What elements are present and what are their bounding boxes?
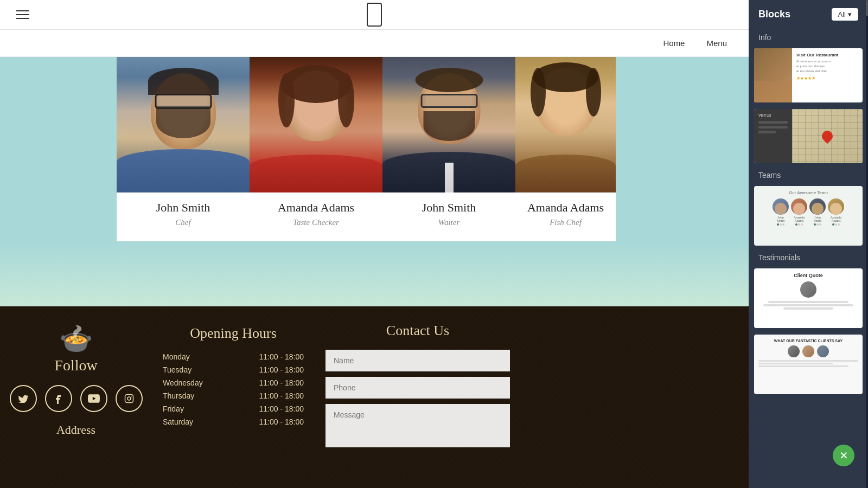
- panel-header: Blocks All ▾: [749, 0, 868, 29]
- team-bg-right: [616, 57, 749, 241]
- block-restaurant-title: Visit Our Restaurant: [796, 53, 858, 57]
- testimonial-2-title: WHAT OUR FANTASTIC CLIENTS SAY: [774, 339, 843, 343]
- team-card-info-1: Amanda Adams Taste Checker: [250, 192, 382, 241]
- teams-avatars-row: JohnSmith AmandaAdams: [758, 198, 858, 226]
- panel-block-testimonial-1[interactable]: Client Quote: [754, 268, 863, 328]
- panel-block-info-1[interactable]: Visit Our Restaurant At vero eos et accu…: [754, 48, 863, 102]
- nav-menu[interactable]: Menu: [706, 38, 727, 48]
- contact-name-input[interactable]: [326, 350, 510, 371]
- footer-contact-title: Contact Us: [326, 323, 510, 339]
- youtube-icon[interactable]: [80, 385, 107, 412]
- hours-day-1: Tuesday: [163, 365, 192, 374]
- team-card-2: John Smith Waiter: [382, 57, 515, 241]
- team-mini-name-2: JohnSmith: [814, 216, 821, 222]
- team-member-name-2: John Smith: [388, 201, 510, 215]
- hamburger-menu[interactable]: [16, 10, 29, 19]
- footer-follow-label: Follow: [54, 357, 97, 374]
- contact-message-input[interactable]: [326, 404, 510, 447]
- twitter-icon[interactable]: [10, 385, 37, 412]
- testimonial-2-lines: [758, 360, 858, 367]
- testimonial-1-avatar: [800, 281, 816, 298]
- testimonial-1-title: Client Quote: [794, 273, 823, 278]
- team-mini-3: AmandaAdams: [828, 198, 844, 226]
- panel-title: Blocks: [758, 9, 790, 20]
- hours-time-4: 11:00 - 18:00: [259, 404, 304, 413]
- team-member-role-0: Chef: [122, 218, 244, 227]
- team-card-0: John Smith Chef: [117, 57, 250, 241]
- panel-block-testimonial-2[interactable]: WHAT OUR FANTASTIC CLIENTS SAY: [754, 335, 863, 394]
- hours-time-0: 11:00 - 18:00: [259, 352, 304, 361]
- panel-block-teams[interactable]: Our Awesome Team JohnSmith: [754, 186, 863, 246]
- hours-row-tuesday: Tuesday 11:00 - 18:00: [163, 365, 304, 374]
- testimonial-2-avatars: [788, 345, 829, 357]
- section-title-teams: Teams: [749, 166, 868, 183]
- main-content: Home Menu: [0, 0, 749, 488]
- team-card-1: Amanda Adams Taste Checker: [250, 57, 382, 241]
- scrollbar-thumb[interactable]: [866, 0, 868, 16]
- footer-contact-col: Contact Us: [315, 306, 521, 488]
- toolbar: [0, 0, 749, 30]
- team-mini-0: JohnSmith: [773, 198, 789, 226]
- footer-social-row: [10, 385, 143, 412]
- all-filter-button[interactable]: All ▾: [832, 8, 858, 21]
- hours-row-monday: Monday 11:00 - 18:00: [163, 352, 304, 361]
- block-map-area: [792, 109, 863, 163]
- block-restaurant-text: At vero eos et accusamet justo duo dolor…: [796, 59, 858, 74]
- team-card-info-2: John Smith Waiter: [382, 192, 515, 241]
- team-mini-name-1: AmandaAdams: [794, 216, 805, 222]
- hours-day-4: Friday: [163, 404, 184, 413]
- footer: 🍲 Follow: [0, 306, 749, 488]
- block-map-label: Visit Us: [758, 113, 788, 117]
- team-section: John Smith Chef: [0, 57, 749, 306]
- dropdown-arrow-icon: ▾: [848, 10, 852, 18]
- nav-home[interactable]: Home: [663, 38, 685, 48]
- team-member-role-3: Fish Chef: [521, 218, 610, 227]
- hours-time-5: 11:00 - 18:00: [259, 418, 304, 426]
- footer-logo-icon: 🍲: [59, 325, 93, 352]
- hours-row-wednesday: Wednesday 11:00 - 18:00: [163, 378, 304, 387]
- team-card-photo-1: [250, 57, 382, 192]
- team-card-photo-0: [117, 57, 250, 192]
- footer-hours-title: Opening Hours: [190, 325, 277, 342]
- team-card-photo-2: [382, 57, 515, 192]
- team-mini-2: JohnSmith: [809, 198, 826, 226]
- team-card-3: Amanda Adams Fish Chef: [515, 57, 616, 241]
- all-button-label: All: [838, 10, 846, 18]
- svg-rect-0: [125, 395, 133, 403]
- contact-phone-input[interactable]: [326, 377, 510, 399]
- hours-row-friday: Friday 11:00 - 18:00: [163, 404, 304, 413]
- hours-time-1: 11:00 - 18:00: [259, 365, 304, 374]
- footer-follow-col: 🍲 Follow: [0, 306, 152, 488]
- team-mini-name-3: AmandaAdams: [831, 216, 841, 222]
- phone-preview-icon[interactable]: [367, 3, 382, 27]
- svg-point-1: [127, 397, 131, 400]
- hours-row-thursday: Thursday 11:00 - 18:00: [163, 391, 304, 400]
- hours-table: Monday 11:00 - 18:00 Tuesday 11:00 - 18:…: [163, 352, 304, 431]
- section-title-info: Info: [749, 29, 868, 45]
- team-card-info-3: Amanda Adams Fish Chef: [515, 192, 616, 241]
- instagram-icon[interactable]: [116, 385, 143, 412]
- hours-time-2: 11:00 - 18:00: [259, 378, 304, 387]
- hours-day-2: Wednesday: [163, 378, 203, 387]
- team-mini-1: AmandaAdams: [791, 198, 807, 226]
- facebook-icon[interactable]: [45, 385, 72, 412]
- block-restaurant-stars: ★★★★★: [796, 76, 858, 81]
- right-panel: Blocks All ▾ Info Visit Our Restaurant A…: [749, 0, 868, 488]
- hours-day-5: Saturday: [163, 418, 193, 426]
- team-member-name-3: Amanda Adams: [521, 201, 610, 215]
- close-icon: ✕: [839, 449, 848, 462]
- team-member-role-1: Taste Checker: [255, 218, 377, 227]
- hours-row-saturday: Saturday 11:00 - 18:00: [163, 418, 304, 426]
- testimonial-1-lines: [758, 301, 858, 310]
- team-member-role-2: Waiter: [388, 218, 510, 227]
- svg-point-2: [131, 396, 132, 397]
- footer-address-label: Address: [56, 423, 95, 437]
- team-card-photo-3: [515, 57, 616, 192]
- navbar: Home Menu: [0, 30, 749, 57]
- close-button[interactable]: ✕: [833, 445, 854, 466]
- team-lower-bg: [0, 241, 749, 306]
- hours-day-0: Monday: [163, 352, 190, 361]
- section-title-testimonials: Testimonials: [749, 249, 868, 265]
- team-mini-name-0: JohnSmith: [777, 216, 784, 222]
- panel-block-map[interactable]: Visit Us: [754, 109, 863, 163]
